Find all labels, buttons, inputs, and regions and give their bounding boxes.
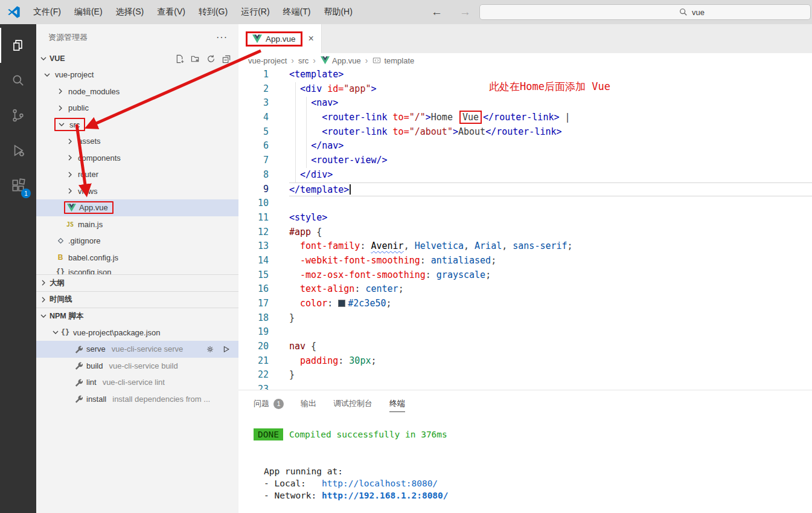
breadcrumb-item-app.vue[interactable]: App.vue — [320, 56, 361, 65]
panel-tab-[interactable]: 问题1 — [254, 396, 284, 411]
code-line[interactable]: 7 <router-view/> — [238, 153, 812, 168]
breadcrumb-item-vue-project[interactable]: vue-project — [248, 56, 287, 65]
sidebar-section-0[interactable]: 大纲 — [36, 274, 238, 291]
code-line[interactable]: 15 -moz-osx-font-smoothing: grayscale; — [238, 268, 812, 283]
code-line[interactable]: 22} — [238, 368, 812, 382]
code-line[interactable]: 12#app { — [238, 225, 812, 240]
code-line[interactable]: 4 <router-link to="/">Home Vue</router-l… — [238, 111, 812, 125]
menu-item[interactable]: 文件(F) — [27, 0, 68, 24]
tree-item-label: assets — [78, 137, 101, 146]
npm-script-install[interactable]: installinstall dependencies from ... — [36, 391, 238, 408]
close-icon[interactable]: × — [308, 33, 314, 44]
debug-icon[interactable] — [205, 345, 215, 353]
workspace-section-header[interactable]: VUE — [36, 51, 238, 66]
forward-icon[interactable]: → — [451, 5, 479, 19]
tree-item-jsconfig.json[interactable]: {}jsconfig.json — [36, 266, 238, 274]
code-line[interactable]: 13 font-family: Avenir, Helvetica, Arial… — [238, 239, 812, 254]
compile-status-text: Compiled successfully in 376ms — [289, 430, 447, 439]
menu-item[interactable]: 终端(T) — [277, 0, 318, 24]
more-actions-icon[interactable]: ··· — [216, 32, 228, 43]
code-editor[interactable]: 1<template>2 <div id="app">3 <nav>4 <rou… — [238, 68, 812, 390]
bottom-panel: 问题1输出调试控制台终端 DONECompiled successfully i… — [238, 390, 812, 513]
panel-tab-terminal-active[interactable]: 终端 — [389, 396, 405, 412]
line-number: 12 — [238, 225, 269, 240]
line-content: } — [289, 311, 812, 326]
refresh-icon[interactable] — [206, 54, 216, 63]
line-number: 20 — [238, 340, 269, 354]
braces-icon: {} — [60, 328, 70, 337]
menu-item[interactable]: 查看(V) — [150, 0, 192, 24]
code-line[interactable]: 5 <router-link to="/about">About</router… — [238, 125, 812, 140]
code-line[interactable]: 6 </nav> — [238, 139, 812, 153]
tree-item-nodemodules[interactable]: node_modules — [36, 83, 238, 100]
collapse-all-icon[interactable] — [222, 54, 231, 63]
command-center-search[interactable]: vue — [479, 4, 811, 20]
code-line[interactable]: 19 — [238, 325, 812, 340]
activity-bar: 1 — [0, 24, 36, 513]
tree-item-router[interactable]: router — [36, 166, 238, 183]
menu-item[interactable]: 选择(S) — [109, 0, 151, 24]
code-line[interactable]: 20nav { — [238, 340, 812, 354]
tree-item-assets[interactable]: assets — [36, 133, 238, 150]
npm-package-label: vue-project\package.json — [73, 328, 161, 337]
panel-tab-[interactable]: 输出 — [301, 396, 316, 411]
tree-item-main.js[interactable]: JSmain.js — [36, 216, 238, 233]
sidebar-section-1[interactable]: 时间线 — [36, 291, 238, 308]
tree-item-views[interactable]: views — [36, 183, 238, 200]
tree-item-babel.config.js[interactable]: Bbabel.config.js — [36, 250, 238, 266]
menu-item[interactable]: 转到(G) — [192, 0, 234, 24]
npm-script-serve[interactable]: servevue-cli-service serve — [36, 341, 238, 358]
menu-item[interactable]: 编辑(E) — [68, 0, 109, 24]
npm-package-json-row[interactable]: {}vue-project\package.json — [36, 324, 238, 341]
new-file-icon[interactable] — [175, 54, 184, 63]
code-line[interactable]: 10 — [238, 196, 812, 211]
code-line[interactable]: 11<style> — [238, 211, 812, 225]
tree-item-app.vue[interactable]: App.vue — [36, 199, 238, 216]
tree-item-components[interactable]: components — [36, 150, 238, 167]
line-content: text-align: center; — [289, 282, 812, 297]
tree-item-src[interactable]: src — [36, 117, 238, 134]
line-content: -webkit-font-smoothing: antialiased; — [289, 254, 812, 268]
code-line[interactable]: 21 padding: 30px; — [238, 354, 812, 369]
tab-app-vue[interactable]: App.vue × — [238, 24, 322, 53]
script-name: build — [86, 361, 103, 370]
breadcrumb-item-src[interactable]: src — [298, 56, 308, 65]
terminal-link[interactable]: http://localhost:8080/ — [322, 479, 438, 488]
code-line[interactable]: 3 <nav> — [238, 96, 812, 111]
tree-item-vue-project[interactable]: vue-project — [36, 66, 238, 83]
code-line[interactable]: 18} — [238, 311, 812, 326]
line-number: 23 — [238, 382, 269, 390]
line-content: color: #2c3e50; — [289, 297, 812, 311]
section-label: 时间线 — [50, 294, 72, 305]
line-number: 3 — [238, 96, 269, 111]
menu-item[interactable]: 运行(R) — [234, 0, 276, 24]
explorer-icon[interactable] — [0, 28, 36, 63]
run-debug-icon[interactable] — [0, 133, 36, 168]
breadcrumb-item-template[interactable]: template — [372, 56, 414, 65]
menu-item[interactable]: 帮助(H) — [317, 0, 359, 24]
npm-script-lint[interactable]: lintvue-cli-service lint — [36, 374, 238, 391]
code-line[interactable]: 16 text-align: center; — [238, 282, 812, 297]
run-icon[interactable] — [221, 345, 231, 353]
sidebar-section-npm-scripts[interactable]: NPM 脚本 — [36, 308, 238, 324]
code-line[interactable]: 8 </div> — [238, 168, 812, 182]
terminal-line: App running at: — [264, 465, 812, 477]
search-sidebar-icon[interactable] — [0, 63, 36, 98]
new-folder-icon[interactable] — [191, 54, 200, 63]
code-line[interactable]: 17 color: #2c3e50; — [238, 297, 812, 311]
vue-file-icon — [252, 34, 262, 44]
code-line[interactable]: 23 — [238, 382, 812, 390]
code-line[interactable]: 14 -webkit-font-smoothing: antialiased; — [238, 254, 812, 268]
panel-tab-[interactable]: 调试控制台 — [333, 396, 372, 411]
tree-item-public[interactable]: public — [36, 100, 238, 117]
terminal-output[interactable]: DONECompiled successfully in 376ms App r… — [238, 428, 812, 502]
code-line[interactable]: 9</template> — [238, 182, 812, 197]
line-number: 11 — [238, 211, 269, 225]
back-icon[interactable]: ← — [423, 5, 451, 19]
source-control-icon[interactable] — [0, 98, 36, 133]
npm-script-build[interactable]: buildvue-cli-service build — [36, 358, 238, 375]
extensions-icon[interactable]: 1 — [0, 168, 36, 203]
tree-item-.gitignore[interactable]: .gitignore — [36, 233, 238, 250]
terminal-link[interactable]: http://192.168.1.2:8080/ — [322, 491, 449, 500]
json-icon: {} — [56, 268, 65, 274]
